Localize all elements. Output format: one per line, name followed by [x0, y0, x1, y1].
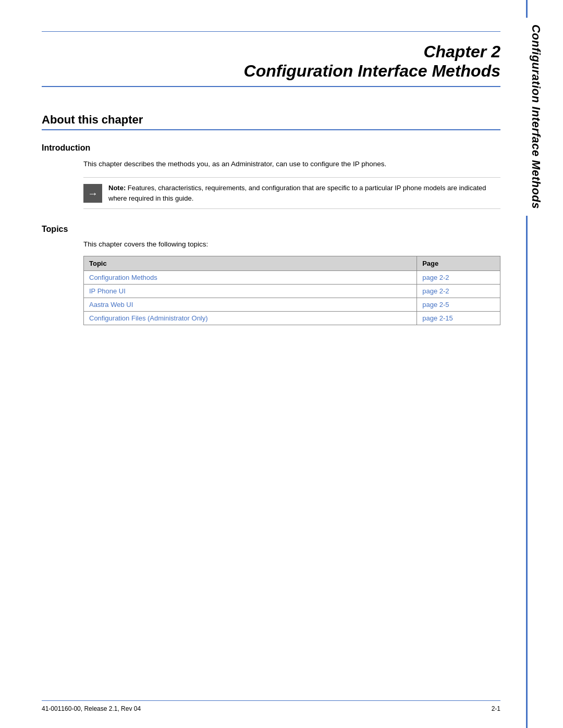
table-cell-topic[interactable]: Configuration Files (Administrator Only): [84, 312, 417, 325]
side-tab-text: Configuration Interface Methods: [529, 24, 543, 209]
title-bottom-divider: [42, 86, 500, 87]
topic-link[interactable]: Aastra Web UI: [89, 301, 133, 309]
table-header-topic: Topic: [84, 256, 417, 271]
chapter-heading: Chapter 2 Configuration Interface Method…: [42, 42, 500, 81]
side-tab: Configuration Interface Methods: [523, 18, 548, 216]
about-heading: About this chapter: [42, 113, 500, 130]
page-container: Configuration Interface Methods Chapter …: [0, 0, 563, 728]
topics-heading: Topics: [42, 225, 500, 234]
note-label: Note:: [108, 184, 126, 192]
table-cell-page[interactable]: page 2-5: [417, 298, 500, 312]
table-cell-topic[interactable]: Aastra Web UI: [84, 298, 417, 312]
topics-intro: This chapter covers the following topics…: [83, 240, 500, 248]
page-link[interactable]: page 2-15: [422, 314, 453, 322]
introduction-body: This chapter describes the methods you, …: [83, 159, 500, 169]
table-row: Configuration Files (Administrator Only)…: [84, 312, 500, 325]
note-body: Features, characteristics, requirements,…: [108, 184, 486, 202]
footer-left: 41-001160-00, Release 2.1, Rev 04: [42, 705, 141, 712]
topic-link[interactable]: Configuration Methods: [89, 274, 157, 281]
note-box: → Note: Features, characteristics, requi…: [83, 177, 500, 209]
table-row: Configuration Methodspage 2-2: [84, 271, 500, 285]
top-divider: [42, 31, 500, 32]
table-row: IP Phone UIpage 2-2: [84, 285, 500, 298]
table-cell-page[interactable]: page 2-2: [417, 271, 500, 285]
note-text-content: Note: Features, characteristics, require…: [108, 183, 500, 203]
table-cell-topic[interactable]: Configuration Methods: [84, 271, 417, 285]
page-link[interactable]: page 2-5: [422, 301, 449, 309]
topics-table: Topic Page Configuration Methodspage 2-2…: [83, 256, 500, 325]
arrow-symbol: →: [88, 188, 98, 200]
topic-link[interactable]: IP Phone UI: [89, 287, 126, 295]
footer: 41-001160-00, Release 2.1, Rev 04 2-1: [42, 700, 500, 712]
introduction-heading: Introduction: [42, 143, 500, 153]
page-link[interactable]: page 2-2: [422, 287, 449, 295]
table-cell-page[interactable]: page 2-2: [417, 285, 500, 298]
introduction-section: Introduction This chapter describes the …: [42, 143, 500, 209]
topics-section: Topics This chapter covers the following…: [42, 225, 500, 325]
table-row: Aastra Web UIpage 2-5: [84, 298, 500, 312]
note-arrow-icon: →: [83, 184, 102, 203]
chapter-number: Chapter 2: [42, 42, 500, 61]
page-link[interactable]: page 2-2: [422, 274, 449, 281]
table-cell-page[interactable]: page 2-15: [417, 312, 500, 325]
footer-right: 2-1: [492, 705, 500, 712]
table-header-page: Page: [417, 256, 500, 271]
main-content: Chapter 2 Configuration Interface Method…: [42, 0, 500, 325]
chapter-title: Configuration Interface Methods: [42, 61, 500, 81]
table-cell-topic[interactable]: IP Phone UI: [84, 285, 417, 298]
topic-link[interactable]: Configuration Files (Administrator Only): [89, 314, 208, 322]
